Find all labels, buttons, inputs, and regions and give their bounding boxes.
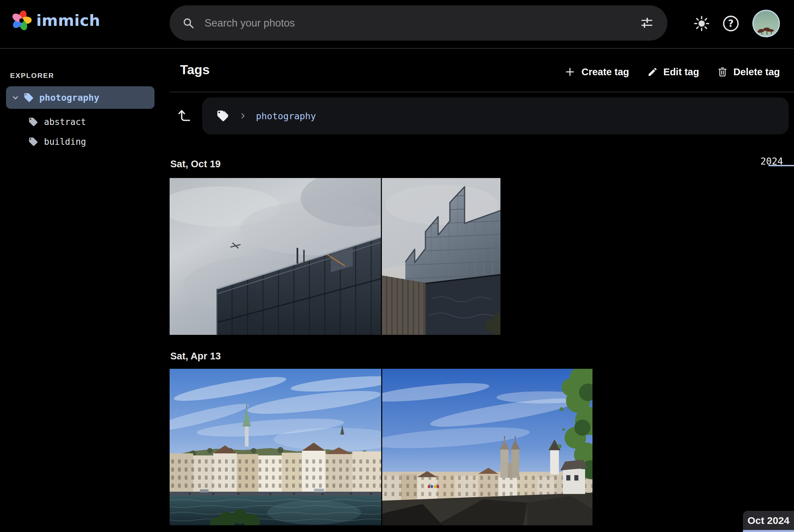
breadcrumb-tag-link[interactable]: photography <box>256 111 316 121</box>
date-group-header: Sat, Apr 13 <box>170 350 221 362</box>
trash-icon <box>717 66 728 77</box>
theme-toggle-button[interactable] <box>692 14 712 34</box>
sun-icon <box>693 15 710 32</box>
tune-sliders-icon <box>640 16 654 30</box>
arrow-up-left-icon <box>177 107 192 122</box>
search-input[interactable]: Search your photos <box>205 17 640 29</box>
help-button[interactable]: ? <box>721 14 741 34</box>
chevron-right-icon <box>239 112 247 119</box>
sidebar-item-label: building <box>44 137 86 147</box>
sidebar-item-photography[interactable]: photography <box>6 86 154 109</box>
tag-actions: Create tag Edit tag De <box>564 66 780 78</box>
sidebar: EXPLORER photography abstract building <box>0 50 170 532</box>
pencil-icon <box>647 66 658 77</box>
breadcrumb: photography <box>202 97 789 134</box>
photo-thumbnail[interactable] <box>170 178 381 335</box>
scrubber-tooltip[interactable]: Oct 2024 <box>743 511 794 530</box>
photo-thumbnail[interactable] <box>170 369 381 525</box>
sidebar-item-building[interactable]: building <box>28 134 86 150</box>
header-divider <box>170 92 794 92</box>
app-logo[interactable]: immich <box>12 10 100 31</box>
top-bar: immich Search your photos <box>0 0 794 49</box>
tags-icon[interactable] <box>216 110 229 122</box>
back-button[interactable] <box>176 106 193 123</box>
tag-icon <box>28 137 38 147</box>
search-filter-button[interactable] <box>640 16 654 30</box>
sidebar-item-label: abstract <box>44 117 86 127</box>
date-group-header: Sat, Oct 19 <box>170 158 221 170</box>
create-tag-button[interactable]: Create tag <box>564 66 629 78</box>
explorer-heading: EXPLORER <box>10 72 54 80</box>
photo-thumbnail[interactable] <box>382 369 592 525</box>
tag-icon <box>23 92 34 103</box>
search-bar[interactable]: Search your photos <box>170 5 667 41</box>
delete-tag-button[interactable]: Delete tag <box>717 66 780 78</box>
sidebar-item-label: photography <box>39 92 99 103</box>
delete-tag-label: Delete tag <box>733 66 780 78</box>
avatar-photo <box>753 11 779 36</box>
tag-icon <box>28 117 38 127</box>
chevron-down-icon[interactable] <box>12 94 19 102</box>
app-name: immich <box>36 12 100 30</box>
search-icon <box>182 17 194 29</box>
user-avatar[interactable] <box>752 10 780 37</box>
create-tag-label: Create tag <box>581 66 629 78</box>
immich-flower-icon <box>12 10 32 31</box>
scrubber-position-line <box>743 530 794 532</box>
plus-icon <box>564 66 576 78</box>
page-title: Tags <box>180 62 210 77</box>
scrubber-year-tick <box>769 165 794 166</box>
question-mark-icon: ? <box>722 15 740 33</box>
edit-tag-button[interactable]: Edit tag <box>647 66 699 78</box>
photo-thumbnail[interactable] <box>382 178 500 335</box>
sidebar-item-abstract[interactable]: abstract <box>28 114 86 130</box>
immich-app: immich Search your photos <box>0 0 794 532</box>
svg-text:?: ? <box>728 18 734 29</box>
edit-tag-label: Edit tag <box>663 66 699 78</box>
